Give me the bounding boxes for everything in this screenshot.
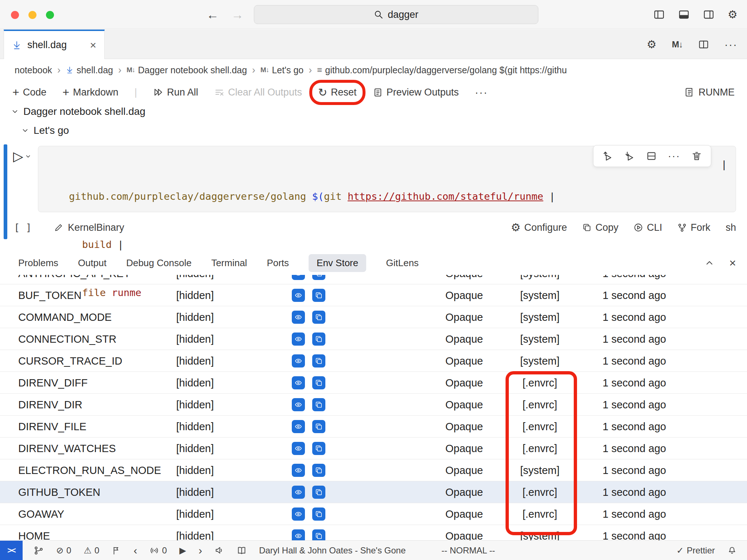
export-markdown-icon[interactable]: M↓ [672, 39, 683, 50]
add-code-cell-button[interactable]: + Code [12, 86, 46, 99]
reveal-value-button[interactable] [292, 275, 305, 280]
history-back-button[interactable]: ← [206, 8, 219, 22]
chevron-down-icon[interactable] [21, 127, 29, 135]
bell-icon[interactable] [727, 546, 737, 555]
table-row[interactable]: CONNECTION_STR [hidden] Opaque [system] … [0, 328, 747, 350]
more-actions-icon[interactable]: ··· [724, 38, 738, 51]
clear-all-outputs-button[interactable]: Clear All Outputs [214, 87, 302, 98]
minimize-window-button[interactable] [28, 11, 36, 19]
cli-button[interactable]: CLI [634, 222, 662, 233]
reveal-value-button[interactable] [292, 289, 305, 302]
formatter-status[interactable]: ✓ Prettier [677, 545, 715, 556]
source-control-icon[interactable] [34, 545, 44, 556]
toggle-sidebar-left-icon[interactable] [653, 9, 665, 20]
reveal-value-button[interactable] [292, 376, 305, 389]
reveal-value-button[interactable] [292, 529, 305, 541]
vim-mode-indicator[interactable]: -- NORMAL -- [441, 545, 495, 556]
tab-ports[interactable]: Ports [267, 257, 289, 269]
breadcrumb-cell[interactable]: ≡ github.com/purpleclay/daggerverse/gola… [317, 65, 567, 75]
toggle-panel-icon[interactable] [678, 9, 690, 20]
now-playing-song[interactable]: Daryl Hall & John Oates - She's Gone [259, 545, 406, 556]
reveal-value-button[interactable] [292, 442, 305, 455]
close-tab-icon[interactable]: × [90, 39, 96, 51]
tab-terminal[interactable]: Terminal [211, 257, 247, 269]
chevron-down-icon[interactable] [11, 108, 19, 116]
copy-value-button[interactable] [312, 332, 325, 346]
toolbar-more-actions[interactable]: ··· [475, 86, 488, 98]
copy-value-button[interactable] [312, 420, 325, 433]
env-store-table[interactable]: ANTHROPIC_API_KEY [hidden] Opaque [syste… [0, 275, 747, 540]
code-link[interactable]: https://github.com/stateful/runme [348, 191, 543, 202]
speaker-icon[interactable] [214, 545, 224, 555]
copy-value-button[interactable] [312, 398, 325, 411]
reveal-value-button[interactable] [292, 311, 305, 324]
run-cell-button[interactable]: ▷ [13, 149, 31, 164]
copy-button[interactable]: Copy [582, 222, 618, 233]
copy-value-button[interactable] [312, 464, 325, 477]
copy-value-button[interactable] [312, 311, 325, 324]
broadcast-count[interactable]: 0 [150, 545, 167, 556]
table-row[interactable]: DIRENV_DIR [hidden] Opaque [.envrc] 1 se… [0, 394, 747, 416]
run-all-button[interactable]: Run All [153, 87, 198, 98]
copy-value-button[interactable] [312, 289, 325, 302]
split-cell-icon[interactable] [646, 151, 657, 162]
preview-outputs-button[interactable]: Preview Outputs [373, 87, 459, 98]
error-count[interactable]: ⊘ 0 [56, 545, 71, 556]
run-status-play-icon[interactable]: ▶ [179, 545, 186, 556]
command-center-search[interactable]: dagger [254, 5, 538, 24]
remote-indicator[interactable]: >< [0, 541, 23, 560]
run-options-chevron-icon[interactable] [25, 153, 31, 160]
copy-value-button[interactable] [312, 376, 325, 389]
copy-value-button[interactable] [312, 275, 325, 280]
table-row[interactable]: GITHUB_TOKEN [hidden] Opaque [.envrc] 1 … [0, 481, 747, 503]
next-cell-chevron-icon[interactable]: › [198, 544, 202, 557]
tab-debug-console[interactable]: Debug Console [126, 257, 191, 269]
runme-button[interactable]: RUNME [684, 87, 735, 98]
copy-value-button[interactable] [312, 486, 325, 499]
tab-gitlens[interactable]: GitLens [386, 257, 419, 269]
history-forward-button[interactable]: → [231, 8, 244, 22]
book-icon[interactable] [237, 545, 247, 555]
toggle-sidebar-right-icon[interactable] [703, 9, 715, 20]
table-row[interactable]: DIRENV_FILE [hidden] Opaque [.envrc] 1 s… [0, 416, 747, 438]
table-row[interactable]: DIRENV_DIFF [hidden] Opaque [.envrc] 1 s… [0, 372, 747, 394]
notebook-settings-gear-icon[interactable]: ⚙ [647, 39, 657, 50]
reveal-value-button[interactable] [292, 486, 305, 499]
warning-count[interactable]: ⚠ 0 [84, 545, 99, 556]
cell-more-actions-icon[interactable]: ··· [668, 150, 680, 162]
breadcrumb-section[interactable]: M↓ Let's go [260, 65, 303, 75]
copy-value-button[interactable] [312, 508, 325, 521]
tab-env-store[interactable]: Env Store [309, 254, 366, 272]
tab-problems[interactable]: Problems [18, 257, 58, 269]
zoom-window-button[interactable] [46, 11, 54, 19]
reset-button[interactable]: ↻ Reset [318, 86, 357, 99]
copy-value-button[interactable] [312, 442, 325, 455]
split-editor-icon[interactable] [698, 39, 709, 50]
run-cells-above-icon[interactable] [602, 151, 613, 162]
breadcrumb-notebook-title[interactable]: M↓ Dagger notebook shell.dag [127, 65, 247, 75]
tab-shell-dag[interactable]: shell.dag × [4, 30, 105, 59]
reveal-value-button[interactable] [292, 464, 305, 477]
reveal-value-button[interactable] [292, 354, 305, 368]
table-row[interactable]: CURSOR_TRACE_ID [hidden] Opaque [system]… [0, 350, 747, 372]
table-row[interactable]: HOME [hidden] Opaque [system] 1 second a… [0, 525, 747, 540]
flag-icon[interactable] [112, 546, 121, 555]
notebook-title-row[interactable]: Dagger notebook shell.dag [11, 106, 146, 117]
configure-button[interactable]: ⚙ Configure [511, 222, 567, 233]
copy-value-button[interactable] [312, 354, 325, 368]
reveal-value-button[interactable] [292, 508, 305, 521]
table-row[interactable]: ELECTRON_RUN_AS_NODE [hidden] Opaque [sy… [0, 459, 747, 481]
table-row[interactable]: DIRENV_WATCHES [hidden] Opaque [.envrc] … [0, 438, 747, 459]
run-cells-below-icon[interactable] [624, 151, 635, 162]
panel-collapse-chevron-icon[interactable] [704, 258, 715, 268]
add-markdown-cell-button[interactable]: + Markdown [62, 86, 118, 99]
delete-cell-icon[interactable] [691, 151, 702, 162]
table-row[interactable]: ANTHROPIC_API_KEY [hidden] Opaque [syste… [0, 275, 747, 284]
copy-value-button[interactable] [312, 529, 325, 541]
tab-output[interactable]: Output [78, 257, 107, 269]
fork-button[interactable]: Fork [677, 222, 710, 233]
table-row[interactable]: GOAWAY [hidden] Opaque [.envrc] 1 second… [0, 503, 747, 525]
section-title-row[interactable]: Let's go [21, 125, 69, 136]
breadcrumb-notebook[interactable]: notebook [15, 65, 52, 75]
reveal-value-button[interactable] [292, 398, 305, 411]
